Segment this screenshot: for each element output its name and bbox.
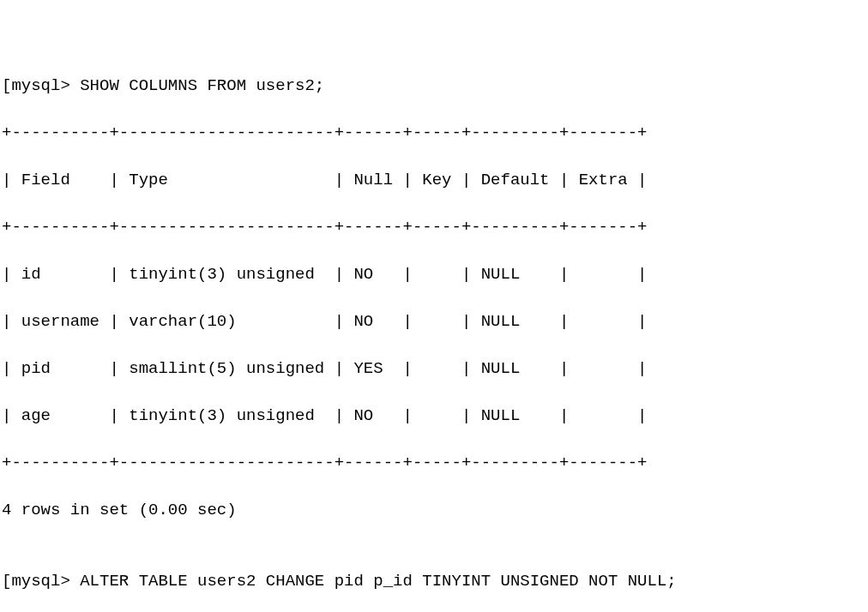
- table1-footer: 4 rows in set (0.00 sec): [2, 499, 866, 523]
- table1-row: | id | tinyint(3) unsigned | NO | | NULL…: [2, 263, 866, 287]
- mysql-prompt: [mysql>: [2, 76, 80, 95]
- table1-row: | username | varchar(10) | NO | | NULL |…: [2, 310, 866, 334]
- table1-header: | Field | Type | Null | Key | Default | …: [2, 169, 866, 193]
- table1-top-border: +----------+----------------------+-----…: [2, 122, 866, 146]
- table1-bottom-border: +----------+----------------------+-----…: [2, 452, 866, 476]
- table1-header-sep: +----------+----------------------+-----…: [2, 216, 866, 240]
- prompt-line-1: [mysql> SHOW COLUMNS FROM users2;: [2, 75, 866, 99]
- sql-command-1: SHOW COLUMNS FROM users2;: [80, 76, 324, 95]
- prompt-line-2: [mysql> ALTER TABLE users2 CHANGE pid p_…: [2, 570, 866, 594]
- sql-command-2: ALTER TABLE users2 CHANGE pid p_id TINYI…: [80, 572, 677, 591]
- mysql-prompt: [mysql>: [2, 572, 80, 591]
- table1-row: | age | tinyint(3) unsigned | NO | | NUL…: [2, 405, 866, 429]
- table1-row: | pid | smallint(5) unsigned | YES | | N…: [2, 357, 866, 381]
